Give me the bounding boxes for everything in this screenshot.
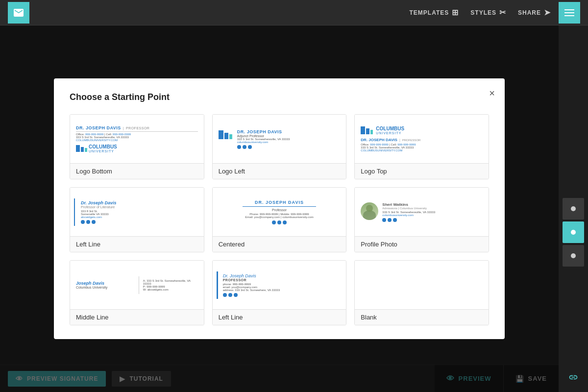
templates-icon: ⊞ <box>452 8 459 17</box>
template-logo-left-label: Logo Left <box>213 164 346 179</box>
content-area: Choose a Starting Point × DR. JOSEPH DAV… <box>0 25 559 392</box>
svg-point-2 <box>571 253 576 258</box>
panel-spacer2 <box>563 53 584 74</box>
templates-label: TEMPLATES <box>410 9 449 16</box>
template-logo-left-preview: DR. JOSEPH DAVIS Adjunct Professor 333 S… <box>213 115 346 164</box>
templates-grid: DR. JOSEPH DAVIS | PROFESSOR Office: 999… <box>70 114 489 325</box>
styles-icon: ✂ <box>499 8 506 17</box>
styles-nav[interactable]: STYLES ✂ <box>470 8 506 17</box>
nav-items: TEMPLATES ⊞ STYLES ✂ SHARE ➤ <box>410 8 551 17</box>
share-icon: ➤ <box>544 8 551 17</box>
panel-spacer <box>563 29 584 51</box>
template-left-line-2-preview: Dr. Joseph Davis PROFESSOR phone: 999-99… <box>213 261 346 310</box>
template-logo-bottom-preview: DR. JOSEPH DAVIS | PROFESSOR Office: 999… <box>70 115 204 164</box>
template-blank[interactable]: Blank <box>354 260 489 325</box>
template-left-line-2-label: Left Line <box>213 310 346 325</box>
svg-point-0 <box>571 206 576 211</box>
navbar: TEMPLATES ⊞ STYLES ✂ SHARE ➤ <box>0 0 588 25</box>
app-logo[interactable] <box>8 2 29 24</box>
panel-icon-3 <box>568 251 578 261</box>
panel-btn-2[interactable] <box>563 221 584 243</box>
styles-label: STYLES <box>470 9 496 16</box>
menu-button[interactable] <box>559 2 580 24</box>
template-blank-preview <box>355 261 489 310</box>
template-centered-label: Centered <box>213 237 346 252</box>
template-left-line[interactable]: Dr. Joseph Davis Professor of Literature… <box>70 187 204 252</box>
share-label: SHARE <box>518 9 541 16</box>
templates-nav[interactable]: TEMPLATES ⊞ <box>410 8 459 17</box>
link-icon-btn[interactable] <box>563 367 584 388</box>
template-profile-photo-preview: Sheri Watkins Admissions | Columbus Univ… <box>355 188 489 237</box>
template-profile-photo[interactable]: Sheri Watkins Admissions | Columbus Univ… <box>354 187 489 252</box>
close-button[interactable]: × <box>489 88 495 98</box>
panel-btn-3[interactable] <box>563 245 584 267</box>
link-icon <box>568 372 578 382</box>
template-logo-top[interactable]: COLUMBUS UNIVERSITY DR. JOSEPH DAVIS | P… <box>354 114 489 179</box>
template-centered-preview: DR. JOSEPH DAVIS Professor Phone: 999-99… <box>213 188 346 237</box>
share-nav[interactable]: SHARE ➤ <box>518 8 551 17</box>
modal-overlay: Choose a Starting Point × DR. JOSEPH DAV… <box>0 25 559 392</box>
template-middle-line[interactable]: Joseph Davis Columbus University A: 333 … <box>70 260 204 325</box>
template-logo-top-preview: COLUMBUS UNIVERSITY DR. JOSEPH DAVIS | P… <box>355 115 489 164</box>
template-centered[interactable]: DR. JOSEPH DAVIS Professor Phone: 999-99… <box>212 187 347 252</box>
panel-icon-1 <box>568 204 578 214</box>
template-profile-photo-label: Profile Photo <box>355 237 489 252</box>
right-panel <box>559 25 588 392</box>
template-middle-line-label: Middle Line <box>70 310 204 325</box>
template-logo-top-label: Logo Top <box>355 164 489 179</box>
panel-btn-1[interactable] <box>563 198 584 220</box>
template-left-line-2[interactable]: Dr. Joseph Davis PROFESSOR phone: 999-99… <box>212 260 347 325</box>
modal-title: Choose a Starting Point <box>70 92 489 102</box>
hamburger-icon <box>564 9 574 16</box>
modal: Choose a Starting Point × DR. JOSEPH DAV… <box>54 78 505 339</box>
svg-point-1 <box>571 230 576 235</box>
template-middle-line-preview: Joseph Davis Columbus University A: 333 … <box>70 261 204 310</box>
template-logo-left[interactable]: DR. JOSEPH DAVIS Adjunct Professor 333 S… <box>212 114 347 179</box>
panel-spacer3 <box>563 76 584 98</box>
template-left-line-preview: Dr. Joseph Davis Professor of Literature… <box>70 188 204 237</box>
main-area: Choose a Starting Point × DR. JOSEPH DAV… <box>0 25 588 392</box>
panel-icon-2 <box>568 227 578 237</box>
template-blank-label: Blank <box>355 310 489 325</box>
template-logo-bottom-label: Logo Bottom <box>70 164 204 179</box>
template-logo-bottom[interactable]: DR. JOSEPH DAVIS | PROFESSOR Office: 999… <box>70 114 204 179</box>
template-left-line-label: Left Line <box>70 237 204 252</box>
mail-icon <box>13 7 24 19</box>
